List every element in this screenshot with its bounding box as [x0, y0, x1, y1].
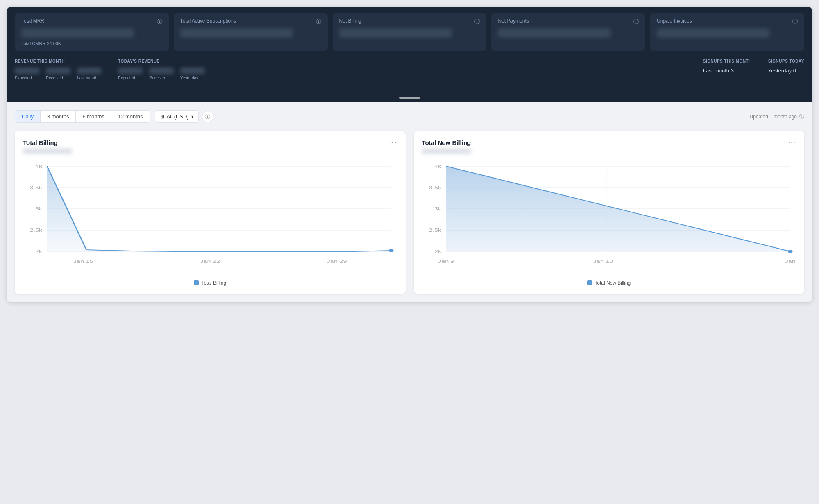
todays-label-yesterday: Yesterday: [180, 76, 205, 80]
metric-value-blurred-unpaid-invoices: [657, 29, 769, 38]
revenue-val-received: Received: [46, 68, 70, 80]
todays-label-expected: Expected: [118, 76, 143, 80]
todays-revenue-values: Expected Received Yesterday: [118, 68, 205, 80]
info-icon-unpaid-invoices[interactable]: ⓘ: [792, 18, 798, 25]
metric-title-active-subs: Total Active Subscriptions: [180, 18, 236, 24]
revenue-val-last-month: Last month: [77, 68, 102, 80]
legend-dot-total-new-billing: [587, 280, 592, 285]
legend-dot-total-billing: [194, 280, 199, 285]
todays-val-blurred-received: [149, 68, 174, 74]
metric-title-net-billing: Net Billing: [339, 18, 361, 24]
tab-daily[interactable]: Daily: [15, 111, 41, 122]
revenue-val-expected: Expected: [15, 68, 39, 80]
revenue-val-blurred-expected: [15, 68, 39, 74]
app-container: Total MRR ⓘ Total CMRR $4.00K Total Acti…: [7, 7, 812, 302]
metric-card-total-active-subscriptions: Total Active Subscriptions ⓘ: [174, 13, 328, 51]
todays-label-received: Received: [149, 76, 174, 80]
todays-val-blurred-expected: [118, 68, 143, 74]
chart-card-total-new-billing: Total New Billing ··· 4k 3.5k 3k 2.5k: [414, 131, 805, 294]
metric-card-title-total-mrr: Total MRR ⓘ: [21, 18, 162, 25]
info-icon-net-payments[interactable]: ⓘ: [633, 18, 639, 25]
svg-text:3k: 3k: [35, 206, 42, 212]
updated-text: Updated 1 month ago ⓘ: [750, 113, 804, 120]
metric-subtitle-total-mrr: Total CMRR $4.00K: [21, 41, 162, 46]
currency-selector[interactable]: ⊞ All (USD) ▾: [155, 110, 199, 123]
chart-more-total-billing[interactable]: ···: [389, 139, 397, 147]
svg-text:3k: 3k: [434, 206, 441, 212]
signups-this-month-group: SIGNUPS THIS MONTH Last month 3: [703, 59, 752, 74]
svg-text:Jan 22: Jan 22: [200, 259, 220, 264]
todays-revenue-group: TODAY'S REVENUE Expected Received Yes: [118, 59, 205, 80]
metric-card-net-billing: Net Billing ⓘ: [333, 13, 487, 51]
revenue-this-month-values: Expected Received Last month: [15, 68, 102, 80]
svg-text:Jan 29: Jan 29: [327, 259, 347, 264]
todays-revenue-title: TODAY'S REVENUE: [118, 59, 205, 63]
metric-card-total-mrr: Total MRR ⓘ Total CMRR $4.00K: [15, 13, 169, 51]
metric-value-blurred-net-billing: [339, 29, 452, 38]
metric-title-total-mrr: Total MRR: [21, 18, 44, 24]
chart-card-total-billing: Total Billing ··· 4k 3.5k 3k 2.5k: [15, 131, 406, 294]
metric-card-title-unpaid-invoices: Unpaid Invoices ⓘ: [657, 18, 798, 25]
metric-card-title-net-billing: Net Billing ⓘ: [339, 18, 480, 25]
metric-card-title-net-payments: Net Payments ⓘ: [498, 18, 639, 25]
metric-card-title-active-subs: Total Active Subscriptions ⓘ: [180, 18, 321, 25]
scroll-bar: [399, 97, 420, 99]
chart-legend-total-new-billing: Total New Billing: [422, 280, 796, 286]
chart-subtitle-blurred-total-billing: [23, 148, 72, 154]
legend-label-total-billing: Total Billing: [201, 280, 226, 286]
signups-today-group: SIGNUPS TODAY Yesterday 0: [768, 59, 804, 74]
tab-6months[interactable]: 6 months: [76, 111, 111, 122]
info-icon-total-mrr[interactable]: ⓘ: [157, 18, 162, 25]
signups-this-month-title: SIGNUPS THIS MONTH: [703, 59, 752, 63]
revenue-label-expected: Expected: [15, 76, 39, 80]
chart-svg-total-billing: 4k 3.5k 3k 2.5k 2k: [23, 160, 397, 275]
metric-value-blurred-total-mrr: [21, 29, 134, 38]
revenue-label-received: Received: [46, 76, 70, 80]
chart-header-total-new-billing: Total New Billing ···: [422, 139, 796, 147]
filter-info-button[interactable]: ⓘ: [202, 111, 213, 122]
chart-subtitle-blurred-total-new-billing: [422, 148, 471, 154]
tab-3months[interactable]: 3 months: [41, 111, 76, 122]
svg-text:3.5k: 3.5k: [30, 185, 43, 190]
chart-dot-end-new-billing: [787, 250, 792, 253]
signups-this-month-value: Last month 3: [703, 68, 752, 74]
chart-legend-total-billing: Total Billing: [23, 280, 397, 286]
chart-dot-end-total-billing: [389, 249, 394, 252]
metric-value-blurred-net-payments: [498, 29, 610, 38]
info-icon-active-subs[interactable]: ⓘ: [316, 18, 321, 25]
metric-title-unpaid-invoices: Unpaid Invoices: [657, 18, 692, 24]
svg-text:Jan: Jan: [785, 259, 795, 264]
revenue-val-blurred-received: [46, 68, 70, 74]
updated-info-icon[interactable]: ⓘ: [799, 113, 804, 120]
revenue-section: REVENUE THIS MONTH Expected Received: [15, 59, 205, 87]
svg-text:3.5k: 3.5k: [429, 185, 441, 190]
tab-12months[interactable]: 12 months: [111, 111, 150, 122]
revenue-this-month-group: REVENUE THIS MONTH Expected Received: [15, 59, 102, 80]
signups-today-value: Yesterday 0: [768, 68, 804, 74]
todays-revenue-val-yesterday: Yesterday: [180, 68, 205, 80]
info-icon-net-billing[interactable]: ⓘ: [474, 18, 480, 25]
chart-title-total-billing: Total Billing: [23, 139, 58, 146]
time-tab-group: Daily 3 months 6 months 12 months: [15, 110, 150, 123]
svg-text:2k: 2k: [434, 249, 441, 254]
legend-label-total-new-billing: Total New Billing: [594, 280, 631, 286]
metric-value-blurred-active-subs: [180, 29, 293, 38]
scroll-indicator: [15, 94, 804, 102]
svg-text:Jan 10: Jan 10: [593, 259, 613, 264]
charts-row: Total Billing ··· 4k 3.5k 3k 2.5k: [15, 131, 804, 294]
currency-icon: ⊞: [160, 114, 164, 120]
chevron-down-icon: ▾: [191, 114, 193, 119]
svg-text:2.5k: 2.5k: [30, 228, 43, 233]
svg-text:2k: 2k: [35, 249, 42, 254]
metric-card-unpaid-invoices: Unpaid Invoices ⓘ: [650, 13, 804, 51]
metric-cards-row: Total MRR ⓘ Total CMRR $4.00K Total Acti…: [15, 13, 804, 51]
todays-val-blurred-yesterday: [180, 68, 205, 74]
chart-more-total-new-billing[interactable]: ···: [788, 139, 796, 147]
metric-card-net-payments: Net Payments ⓘ: [491, 13, 645, 51]
svg-text:Jan 15: Jan 15: [73, 259, 93, 264]
todays-revenue-val-expected: Expected: [118, 68, 143, 80]
currency-label: All (USD): [167, 113, 189, 120]
metric-title-net-payments: Net Payments: [498, 18, 529, 24]
svg-text:2.5k: 2.5k: [429, 228, 441, 233]
updated-label: Updated 1 month ago: [750, 114, 797, 120]
